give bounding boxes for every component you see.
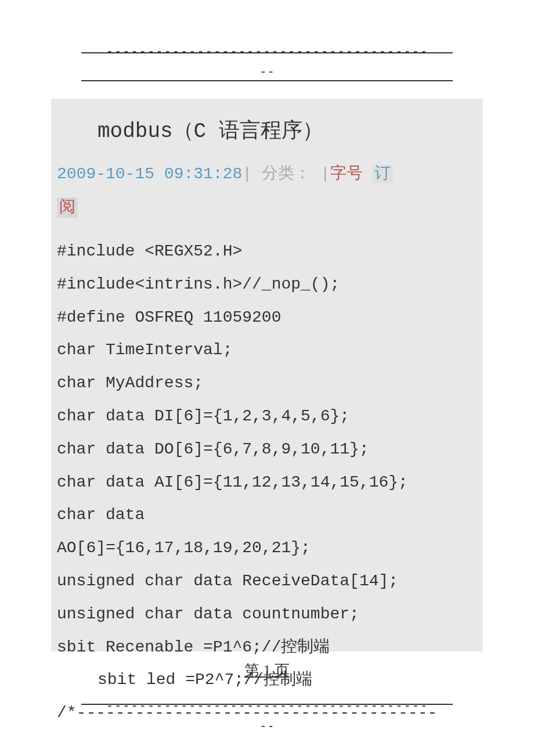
code-line-7: char data DO[6]={6,7,8,9,10,11}; (51, 433, 483, 466)
code-line-5: char MyAddress; (51, 367, 483, 400)
meta-font-label[interactable]: 字号 (330, 165, 363, 183)
meta-category-label: 分类： (262, 165, 311, 183)
code-line-9: char data (51, 499, 483, 532)
top-separator-mid-line (81, 80, 453, 81)
document-title: modbus（C 语言程序） (51, 110, 483, 162)
code-line-11: unsigned char data ReceiveData[14]; (51, 565, 483, 598)
bottom-separator-dashes: --------------------------------------- (81, 698, 453, 712)
document-meta: 2009-10-15 09:31:28| 分类： |字号 订 (51, 162, 483, 196)
code-line-3: #define OSFREQ 11059200 (51, 301, 483, 334)
bottom-separator-underline (81, 704, 453, 705)
document-content: modbus（C 语言程序） 2009-10-15 09:31:28| 分类： … (51, 99, 483, 651)
code-line-13: sbit Recenable =P1^6;//控制端 (51, 631, 483, 664)
code-line-10: AO[6]={16,17,18,19,20,21}; (51, 532, 483, 565)
meta-read-label[interactable]: 阅 (57, 197, 78, 218)
top-separator-mid: -- (259, 64, 275, 78)
meta-pipe2: | (320, 165, 330, 183)
code-block: #include <REGX52.H> #include<intrins.h>/… (51, 229, 483, 730)
meta-date: 2009-10-15 09:31:28 (57, 165, 242, 183)
bottom-separator-mid: -- (259, 718, 275, 733)
code-line-8: char data AI[6]={11,12,13,14,15,16}; (51, 466, 483, 499)
document-meta-read: 阅 (51, 196, 483, 229)
code-line-1: #include <REGX52.H> (51, 235, 483, 268)
code-line-6: char data DI[6]={1,2,3,4,5,6}; (51, 400, 483, 433)
code-line-4: char TimeInterval; (51, 334, 483, 367)
code-line-2: #include<intrins.h>//_nop_(); (51, 268, 483, 301)
meta-subscribe[interactable]: 订 (372, 165, 393, 183)
page-number: 第 1 页 (244, 660, 290, 681)
top-separator-underline (81, 52, 453, 53)
code-line-12: unsigned char data countnumber; (51, 598, 483, 631)
top-separator-dashes: --------------------------------------- (81, 44, 453, 58)
meta-pipe1: | (242, 165, 252, 183)
